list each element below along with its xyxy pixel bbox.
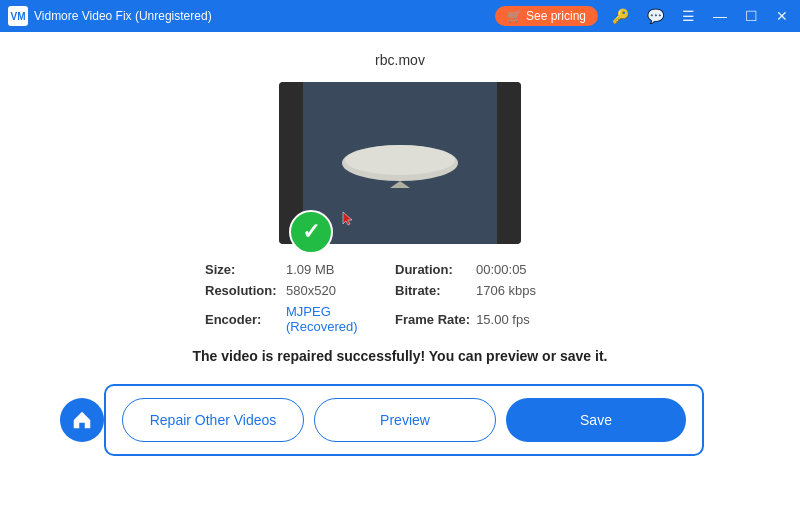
bitrate-label: Bitrate: xyxy=(395,283,470,298)
framerate-value: 15.00 fps xyxy=(476,312,530,327)
video-preview-container: ✓ xyxy=(279,82,521,244)
repair-other-videos-button[interactable]: Repair Other Videos xyxy=(122,398,304,442)
maximize-icon[interactable]: ☐ xyxy=(741,6,762,26)
encoder-row: Encoder: MJPEG (Recovered) xyxy=(205,304,385,334)
titlebar-left: VM Vidmore Video Fix (Unregistered) xyxy=(8,6,212,26)
menu-icon[interactable]: ☰ xyxy=(678,6,699,26)
action-area: Repair Other Videos Preview Save xyxy=(104,384,704,456)
home-button[interactable] xyxy=(60,398,104,442)
svg-point-1 xyxy=(345,145,455,175)
duration-label: Duration: xyxy=(395,262,470,277)
titlebar-title: Vidmore Video Fix (Unregistered) xyxy=(34,9,212,23)
framerate-row: Frame Rate: 15.00 fps xyxy=(395,304,595,334)
size-value: 1.09 MB xyxy=(286,262,334,277)
app-logo: VM xyxy=(8,6,28,26)
chat-icon[interactable]: 💬 xyxy=(643,6,668,26)
framerate-label: Frame Rate: xyxy=(395,312,470,327)
size-row: Size: 1.09 MB xyxy=(205,262,385,277)
duration-row: Duration: 00:00:05 xyxy=(395,262,595,277)
encoder-value: MJPEG (Recovered) xyxy=(286,304,385,334)
minimize-icon[interactable]: — xyxy=(709,6,731,26)
repair-cursor-icon xyxy=(341,210,357,226)
size-label: Size: xyxy=(205,262,280,277)
titlebar-controls: 🛒 See pricing 🔑 💬 ☰ — ☐ ✕ xyxy=(495,6,792,26)
checkmark-icon: ✓ xyxy=(302,221,320,243)
main-content: rbc.mov ✓ Size: 1.09 MB Duration: xyxy=(0,32,800,519)
preview-button[interactable]: Preview xyxy=(314,398,496,442)
see-pricing-button[interactable]: 🛒 See pricing xyxy=(495,6,598,26)
cart-icon: 🛒 xyxy=(507,9,522,23)
video-side-right xyxy=(497,82,521,244)
bitrate-value: 1706 kbps xyxy=(476,283,536,298)
resolution-label: Resolution: xyxy=(205,283,280,298)
success-check-badge: ✓ xyxy=(289,210,333,254)
duration-value: 00:00:05 xyxy=(476,262,527,277)
video-info-grid: Size: 1.09 MB Duration: 00:00:05 Resolut… xyxy=(205,262,595,334)
home-icon xyxy=(71,409,93,431)
encoder-label: Encoder: xyxy=(205,312,280,327)
titlebar: VM Vidmore Video Fix (Unregistered) 🛒 Se… xyxy=(0,0,800,32)
resolution-row: Resolution: 580x520 xyxy=(205,283,385,298)
close-icon[interactable]: ✕ xyxy=(772,6,792,26)
save-button[interactable]: Save xyxy=(506,398,686,442)
bitrate-row: Bitrate: 1706 kbps xyxy=(395,283,595,298)
blimp-graphic xyxy=(335,138,465,188)
video-filename: rbc.mov xyxy=(375,52,425,68)
resolution-value: 580x520 xyxy=(286,283,336,298)
key-icon[interactable]: 🔑 xyxy=(608,6,633,26)
success-message: The video is repaired successfully! You … xyxy=(193,348,608,364)
buttons-row: Repair Other Videos Preview Save xyxy=(122,398,686,442)
